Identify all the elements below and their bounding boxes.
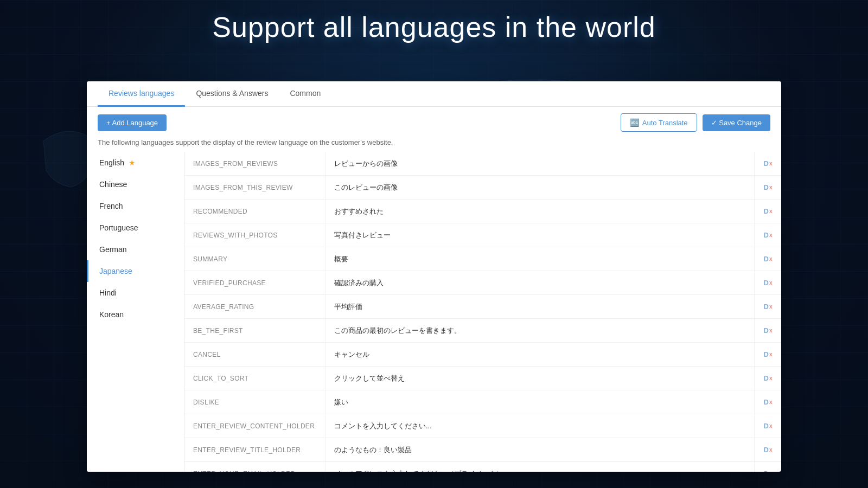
translation-value: レビューからの画像 xyxy=(326,152,754,175)
translation-action: Dx xyxy=(754,367,781,390)
tab-reviews-languages[interactable]: Reviews languages xyxy=(98,81,185,107)
table-row: CLICK_TO_SORTクリックして並べ替えDx xyxy=(184,367,781,390)
toolbar-right: 🔤 Auto Translate ✓ Save Change xyxy=(621,113,770,132)
add-language-button[interactable]: + Add Language xyxy=(98,114,167,131)
translation-key: DISLIKE xyxy=(184,390,326,414)
row-translate-button[interactable]: Dx xyxy=(764,326,773,335)
table-row: AVERAGE_RATING平均評価Dx xyxy=(184,295,781,319)
table-row: ENTER_YOUR_EMAIL_HOLDERメールアドレスを入力してください（… xyxy=(184,462,781,472)
row-translate-button[interactable]: Dx xyxy=(764,350,773,358)
lang-item-chinese[interactable]: Chinese xyxy=(87,174,184,195)
translation-key: SUMMARY xyxy=(184,247,326,271)
row-translate-button[interactable]: Dx xyxy=(764,183,773,191)
auto-translate-label: Auto Translate xyxy=(642,119,688,127)
translation-key: IMAGES_FROM_REVIEWS xyxy=(184,152,326,175)
language-sidebar: English ★ Chinese French Portuguese Germ… xyxy=(87,152,184,472)
table-row: BE_THE_FIRSTこの商品の最初のレビューを書きます。Dx xyxy=(184,319,781,343)
row-translate-button[interactable]: Dx xyxy=(764,398,773,406)
translation-key: ENTER_REVIEW_TITLE_HOLDER xyxy=(184,438,326,461)
description-text: The following languages support the disp… xyxy=(87,138,781,152)
french-label: French xyxy=(99,202,123,210)
translation-value: 嫌い xyxy=(326,390,754,414)
translation-key: CANCEL xyxy=(184,343,326,366)
translation-key: CLICK_TO_SORT xyxy=(184,367,326,390)
table-row: VERIFIED_PURCHASE確認済みの購入Dx xyxy=(184,271,781,295)
save-change-button[interactable]: ✓ Save Change xyxy=(703,114,770,131)
translation-action: Dx xyxy=(754,271,781,294)
lang-item-hindi[interactable]: Hindi xyxy=(87,282,184,304)
row-translate-button[interactable]: Dx xyxy=(764,279,773,287)
chinese-label: Chinese xyxy=(99,180,127,189)
row-translate-button[interactable]: Dx xyxy=(764,303,773,311)
tab-questions-answers[interactable]: Questions & Answers xyxy=(185,81,279,107)
translation-table: IMAGES_FROM_REVIEWSレビューからの画像DxIMAGES_FRO… xyxy=(184,152,781,472)
tabs-bar: Reviews languages Questions & Answers Co… xyxy=(87,81,781,107)
english-label: English xyxy=(99,158,124,167)
lang-item-german[interactable]: German xyxy=(87,239,184,260)
translation-key: ENTER_REVIEW_CONTENT_HOLDER xyxy=(184,414,326,438)
translation-action: Dx xyxy=(754,462,781,472)
japanese-label: Japanese xyxy=(99,267,132,275)
translation-key: REVIEWS_WITH_PHOTOS xyxy=(184,223,326,247)
translation-value: 写真付きレビュー xyxy=(326,223,754,247)
translate-icon: 🔤 xyxy=(630,118,639,127)
toolbar: + Add Language 🔤 Auto Translate ✓ Save C… xyxy=(87,107,781,138)
hindi-label: Hindi xyxy=(99,288,117,297)
row-translate-button[interactable]: Dx xyxy=(764,446,773,454)
translation-action: Dx xyxy=(754,152,781,175)
translation-key: IMAGES_FROM_THIS_REVIEW xyxy=(184,176,326,199)
translation-action: Dx xyxy=(754,295,781,318)
table-row: DISLIKE嫌いDx xyxy=(184,390,781,414)
lang-item-portuguese[interactable]: Portuguese xyxy=(87,217,184,239)
translation-action: Dx xyxy=(754,319,781,342)
row-translate-button[interactable]: Dx xyxy=(764,255,773,263)
row-translate-button[interactable]: Dx xyxy=(764,207,773,215)
table-row: ENTER_REVIEW_TITLE_HOLDERのようなもの：良い製品Dx xyxy=(184,438,781,462)
auto-translate-button[interactable]: 🔤 Auto Translate xyxy=(621,113,697,132)
translation-action: Dx xyxy=(754,414,781,438)
translation-value: 確認済みの購入 xyxy=(326,271,754,294)
translation-key: AVERAGE_RATING xyxy=(184,295,326,318)
table-row: RECOMMENDEDおすすめされたDx xyxy=(184,200,781,223)
portuguese-label: Portuguese xyxy=(99,223,138,232)
translation-action: Dx xyxy=(754,200,781,223)
star-icon: ★ xyxy=(129,158,136,167)
lang-item-french[interactable]: French xyxy=(87,195,184,217)
row-translate-button[interactable]: Dx xyxy=(764,374,773,382)
translation-value: おすすめされた xyxy=(326,200,754,223)
korean-label: Korean xyxy=(99,310,124,319)
translation-value: この商品の最初のレビューを書きます。 xyxy=(326,319,754,342)
table-row: IMAGES_FROM_THIS_REVIEWこのレビューの画像Dx xyxy=(184,176,781,200)
german-label: German xyxy=(99,245,127,254)
row-translate-button[interactable]: Dx xyxy=(764,159,773,168)
translation-value: のようなもの：良い製品 xyxy=(326,438,754,461)
translation-action: Dx xyxy=(754,247,781,271)
table-row: CANCELキャンセルDx xyxy=(184,343,781,367)
translation-key: ENTER_YOUR_EMAIL_HOLDER xyxy=(184,462,326,472)
table-row: IMAGES_FROM_REVIEWSレビューからの画像Dx xyxy=(184,152,781,176)
tab-common[interactable]: Common xyxy=(279,81,331,107)
table-row: SUMMARY概要Dx xyxy=(184,247,781,271)
translation-value: このレビューの画像 xyxy=(326,176,754,199)
translation-value: 平均評価 xyxy=(326,295,754,318)
row-translate-button[interactable]: Dx xyxy=(764,231,773,239)
translation-key: RECOMMENDED xyxy=(184,200,326,223)
lang-item-korean[interactable]: Korean xyxy=(87,304,184,325)
table-row: ENTER_REVIEW_CONTENT_HOLDERコメントを入力してください… xyxy=(184,414,781,438)
translation-key: BE_THE_FIRST xyxy=(184,319,326,342)
translation-action: Dx xyxy=(754,223,781,247)
translation-value: キャンセル xyxy=(326,343,754,366)
main-card: Reviews languages Questions & Answers Co… xyxy=(87,81,781,472)
table-row: REVIEWS_WITH_PHOTOS写真付きレビューDx xyxy=(184,223,781,247)
content-area: English ★ Chinese French Portuguese Germ… xyxy=(87,152,781,472)
translation-action: Dx xyxy=(754,390,781,414)
translation-action: Dx xyxy=(754,176,781,199)
lang-item-english[interactable]: English ★ xyxy=(87,152,184,174)
row-translate-button[interactable]: Dx xyxy=(764,422,773,430)
row-translate-button[interactable]: Dx xyxy=(764,470,773,472)
translation-value: 概要 xyxy=(326,247,754,271)
translation-key: VERIFIED_PURCHASE xyxy=(184,271,326,294)
translation-value: コメントを入力してください... xyxy=(326,414,754,438)
lang-item-japanese[interactable]: Japanese xyxy=(87,260,184,282)
translation-action: Dx xyxy=(754,438,781,461)
